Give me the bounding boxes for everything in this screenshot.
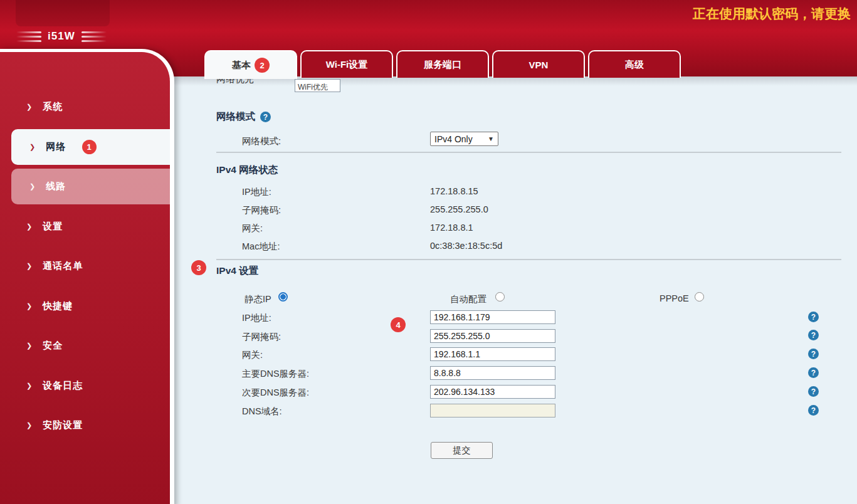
status-row-value: 255.255.255.0 <box>430 204 488 214</box>
field-label-ip: IP地址: <box>242 312 271 324</box>
status-row-value: 172.18.8.15 <box>430 186 478 196</box>
tab-service-port[interactable]: 服务端口 <box>396 50 489 78</box>
default-password-warning: 正在使用默认密码，请更换 <box>693 5 851 23</box>
radio-label-dhcp: 自动配置 <box>450 293 486 305</box>
chevron-right-icon: ❯ <box>26 302 33 310</box>
chevron-right-icon: ❯ <box>26 421 33 429</box>
help-icon[interactable]: ? <box>808 386 819 397</box>
tab-label: 基本 <box>232 60 251 71</box>
tab-advanced[interactable]: 高级 <box>588 50 681 78</box>
section-divider <box>216 259 841 260</box>
status-row-value: 172.18.8.1 <box>430 223 473 233</box>
chevron-right-icon: ❯ <box>26 262 33 270</box>
tab-label: 服务端口 <box>424 59 461 71</box>
field-label-mask: 子网掩码: <box>242 331 281 343</box>
help-icon[interactable]: ? <box>260 112 271 122</box>
section-divider <box>216 152 841 153</box>
status-row-label: IP地址: <box>242 186 271 198</box>
gateway-input[interactable] <box>430 347 555 361</box>
tab-bar: 基本 2 Wi-Fi设置 服务端口 VPN 高级 <box>204 50 681 79</box>
section-network-mode: 网络模式 ? <box>216 110 271 123</box>
network-mode-select[interactable]: IPv4 Only ▼ <box>430 132 498 146</box>
network-mode-title: 网络模式 <box>216 110 255 123</box>
tab-basic[interactable]: 基本 2 <box>204 50 297 79</box>
logo-backdrop <box>16 0 110 26</box>
sidebar-nav: ❯ 系统 ❯ 网络 1 ❯ 线路 ❯ 设置 ❯ 通话名单 ❯ 快捷键 ❯ 安全 <box>0 52 170 446</box>
step-badge-3: 3 <box>191 260 206 275</box>
ipv4-status-title: IPv4 网络状态 <box>216 164 278 177</box>
help-icon[interactable]: ? <box>808 349 819 359</box>
sidebar-item-label: 系统 <box>43 101 63 113</box>
sidebar-item-label: 快捷键 <box>43 300 73 312</box>
status-row-label: Mac地址: <box>242 241 280 253</box>
sidebar-item-label: 安全 <box>43 340 63 352</box>
chevron-right-icon: ❯ <box>26 223 33 231</box>
subnet-mask-input[interactable] <box>430 329 555 343</box>
section-ipv4-status: IPv4 网络状态 <box>216 164 278 177</box>
section-ipv4-settings: IPv4 设置 <box>216 265 258 278</box>
field-label-dns-domain: DNS域名: <box>242 406 282 417</box>
tab-wifi-settings[interactable]: Wi-Fi设置 <box>300 50 393 78</box>
step-badge-1: 1 <box>82 140 97 154</box>
step-badge-2: 2 <box>255 58 270 73</box>
status-row-label: 网关: <box>242 223 263 234</box>
chevron-right-icon: ❯ <box>26 382 33 390</box>
secondary-dns-input[interactable] <box>430 385 555 399</box>
sidebar-item-settings[interactable]: ❯ 设置 <box>0 207 170 247</box>
network-mode-row-label: 网络模式: <box>242 135 281 147</box>
chevron-right-icon: ❯ <box>26 103 33 111</box>
network-mode-select-value: IPv4 Only <box>434 134 473 144</box>
chevron-right-icon: ❯ <box>29 182 36 191</box>
clipped-setting-select[interactable]: WiFi优先 <box>295 79 340 92</box>
submit-button[interactable]: 提交 <box>431 442 493 459</box>
radio-label-static-ip: 静态IP <box>244 293 271 305</box>
primary-dns-input[interactable] <box>430 366 555 380</box>
sidebar-item-label: 设备日志 <box>43 380 83 392</box>
speed-lines-icon <box>81 31 107 42</box>
sidebar-item-line[interactable]: ❯ 线路 <box>11 169 170 204</box>
sidebar-item-function-key[interactable]: ❯ 快捷键 <box>0 286 170 327</box>
sidebar-item-label: 通话名单 <box>43 260 83 272</box>
help-icon[interactable]: ? <box>808 330 819 340</box>
tab-label: 高级 <box>625 59 644 71</box>
field-label-dns1: 主要DNS服务器: <box>242 368 309 380</box>
sidebar-item-call-list[interactable]: ❯ 通话名单 <box>0 246 170 286</box>
sidebar-item-system[interactable]: ❯ 系统 <box>0 87 170 127</box>
sidebar-item-label: 设置 <box>43 221 63 233</box>
chevron-right-icon: ❯ <box>29 143 36 151</box>
radio-dhcp[interactable] <box>495 292 505 302</box>
tab-vpn[interactable]: VPN <box>492 50 585 78</box>
logo-text: i51W <box>48 30 75 43</box>
sidebar-item-security-settings[interactable]: ❯ 安防设置 <box>0 406 170 446</box>
sidebar-item-label: 安防设置 <box>43 419 83 431</box>
ipv4-settings-title: IPv4 设置 <box>216 265 258 278</box>
radio-pppoe[interactable] <box>695 292 704 302</box>
chevron-right-icon: ❯ <box>26 342 33 350</box>
ip-address-input[interactable] <box>430 310 555 324</box>
sidebar: ❯ 系统 ❯ 网络 1 ❯ 线路 ❯ 设置 ❯ 通话名单 ❯ 快捷键 ❯ 安全 <box>0 49 174 504</box>
sidebar-item-label: 网络 <box>46 141 66 153</box>
radio-label-pppoe: PPPoE <box>660 293 689 303</box>
tab-label: Wi-Fi设置 <box>326 59 368 71</box>
radio-static-ip[interactable] <box>278 292 288 302</box>
tab-label: VPN <box>529 60 549 70</box>
help-icon[interactable]: ? <box>808 312 819 322</box>
field-label-gateway: 网关: <box>242 349 263 361</box>
main-content: 网络优先 WiFi优先 网络模式 ? 网络模式: IPv4 Only ▼ IPv… <box>173 76 857 504</box>
field-label-dns2: 次要DNS服务器: <box>242 387 309 399</box>
help-icon[interactable]: ? <box>808 405 819 416</box>
chevron-down-icon: ▼ <box>488 135 494 142</box>
status-row-label: 子网掩码: <box>242 204 281 216</box>
help-icon[interactable]: ? <box>808 367 819 378</box>
step-badge-4: 4 <box>391 317 406 332</box>
sidebar-item-security[interactable]: ❯ 安全 <box>0 326 170 366</box>
dns-domain-input <box>430 404 555 417</box>
sidebar-item-label: 线路 <box>46 181 66 192</box>
speed-lines-icon <box>16 31 41 42</box>
status-row-value: 0c:38:3e:18:5c:5d <box>430 241 502 251</box>
sidebar-item-device-log[interactable]: ❯ 设备日志 <box>0 366 170 406</box>
sidebar-item-network[interactable]: ❯ 网络 1 <box>11 129 170 165</box>
logo: i51W <box>16 30 107 43</box>
